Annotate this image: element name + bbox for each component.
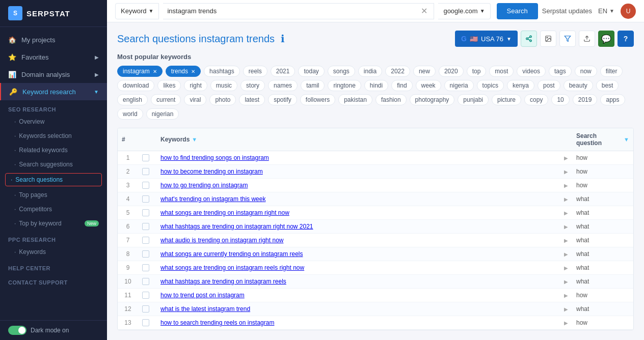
serpstat-updates-link[interactable]: Serpstat updates bbox=[542, 7, 592, 15]
tag-filter[interactable]: filter bbox=[600, 66, 623, 77]
tag-ringtone[interactable]: ringtone bbox=[328, 80, 361, 91]
language-select[interactable]: EN ▼ bbox=[598, 7, 614, 15]
dark-mode-toggle[interactable] bbox=[8, 326, 26, 335]
search-button[interactable]: Search bbox=[497, 3, 538, 19]
share-button[interactable] bbox=[521, 31, 537, 47]
sidebar-item-my-projects[interactable]: 🏠 My projects bbox=[0, 31, 107, 48]
tag-picture[interactable]: picture bbox=[492, 94, 521, 105]
tag-nigerian[interactable]: nigerian bbox=[146, 108, 179, 120]
tag-post[interactable]: post bbox=[538, 80, 560, 91]
user-avatar[interactable]: U bbox=[621, 4, 636, 19]
tag-week[interactable]: week bbox=[416, 80, 441, 91]
row-checkbox[interactable] bbox=[142, 168, 149, 175]
row-checkbox[interactable] bbox=[142, 278, 149, 285]
row-checkbox-cell[interactable] bbox=[138, 278, 156, 285]
sidebar-item-search-suggestions[interactable]: · Search suggestions bbox=[0, 157, 107, 172]
keyword-link[interactable]: how to go trending on instagram bbox=[160, 182, 248, 189]
row-checkbox-cell[interactable] bbox=[138, 264, 156, 271]
row-checkbox-cell[interactable] bbox=[138, 250, 156, 258]
row-checkbox[interactable] bbox=[142, 292, 149, 299]
tag-remove-icon[interactable]: ✕ bbox=[191, 69, 195, 74]
sidebar-item-search-questions[interactable]: · Search questions bbox=[5, 173, 102, 186]
keyword-link[interactable]: what's trending on instagram this week bbox=[160, 195, 265, 203]
expand-row-button[interactable]: ▶ bbox=[564, 251, 568, 257]
active-tag-trends[interactable]: trends ✕ bbox=[166, 66, 201, 77]
tag-2022[interactable]: 2022 bbox=[385, 66, 410, 77]
row-checkbox[interactable] bbox=[142, 250, 149, 258]
sidebar-item-favorites[interactable]: ⭐ Favorites ▶ bbox=[0, 48, 107, 66]
tag-right[interactable]: right bbox=[184, 80, 207, 91]
keyword-link[interactable]: how to find trending songs on instagram bbox=[160, 154, 269, 161]
image-download-button[interactable] bbox=[540, 31, 556, 47]
active-tag-instagram[interactable]: instagram ✕ bbox=[117, 66, 163, 77]
row-checkbox-cell[interactable] bbox=[138, 168, 156, 175]
clear-button[interactable]: ✕ bbox=[419, 6, 430, 16]
row-checkbox[interactable] bbox=[142, 154, 149, 161]
row-checkbox-cell[interactable] bbox=[138, 223, 156, 230]
tag-fashion[interactable]: fashion bbox=[375, 94, 407, 105]
tag-apps[interactable]: apps bbox=[600, 94, 625, 105]
search-type-select[interactable]: Keyword ▼ bbox=[115, 3, 159, 19]
sidebar-item-related-keywords[interactable]: · Related keywords bbox=[0, 143, 107, 157]
row-checkbox[interactable] bbox=[142, 195, 149, 203]
dark-mode-toggle-row[interactable]: Dark mode on bbox=[8, 326, 99, 335]
tag-reels[interactable]: reels bbox=[243, 66, 267, 77]
keyword-link[interactable]: what is the latest instagram trend bbox=[160, 305, 250, 313]
tag-story[interactable]: story bbox=[240, 80, 265, 91]
expand-row-button[interactable]: ▶ bbox=[564, 155, 568, 161]
keyword-link[interactable]: how to trend post on instagram bbox=[160, 292, 245, 299]
row-checkbox[interactable] bbox=[142, 237, 149, 244]
tag-download[interactable]: download bbox=[117, 80, 154, 91]
keyword-link[interactable]: what songs are trending on instagram ree… bbox=[160, 264, 304, 271]
sidebar-item-top-by-keyword[interactable]: · Top by keyword New bbox=[0, 216, 107, 231]
row-checkbox[interactable] bbox=[142, 305, 149, 313]
sidebar-item-domain-analysis[interactable]: 📊 Domain analysis ▶ bbox=[0, 66, 107, 83]
sq-filter-icon[interactable]: ▼ bbox=[624, 136, 629, 143]
tag-most[interactable]: most bbox=[489, 66, 514, 77]
tag-copy[interactable]: copy bbox=[524, 94, 548, 105]
tag-latest[interactable]: latest bbox=[239, 94, 265, 105]
row-checkbox-cell[interactable] bbox=[138, 182, 156, 189]
row-checkbox-cell[interactable] bbox=[138, 237, 156, 244]
keyword-link[interactable]: what audio is trending on instagram righ… bbox=[160, 237, 283, 244]
tag-2019[interactable]: 2019 bbox=[573, 94, 598, 105]
search-input[interactable] bbox=[167, 7, 419, 15]
tag-hindi[interactable]: hindi bbox=[364, 80, 388, 91]
tag-now[interactable]: now bbox=[575, 66, 597, 77]
tag-tags[interactable]: tags bbox=[549, 66, 572, 77]
row-checkbox[interactable] bbox=[142, 182, 149, 189]
sidebar-item-competitors[interactable]: · Competitors bbox=[0, 202, 107, 216]
tag-current[interactable]: current bbox=[151, 94, 181, 105]
expand-row-button[interactable]: ▶ bbox=[564, 196, 568, 202]
tag-10[interactable]: 10 bbox=[551, 94, 569, 105]
row-checkbox-cell[interactable] bbox=[138, 305, 156, 313]
tag-kenya[interactable]: kenya bbox=[507, 80, 534, 91]
expand-row-button[interactable]: ▶ bbox=[564, 306, 568, 312]
tag-videos[interactable]: videos bbox=[517, 66, 546, 77]
info-icon[interactable]: ℹ bbox=[281, 33, 285, 44]
sidebar-item-keyword-research[interactable]: 🔑 Keyword research ▼ bbox=[0, 83, 107, 100]
keyword-link[interactable]: how to become trending on instagram bbox=[160, 168, 263, 175]
filter-button[interactable] bbox=[559, 31, 576, 47]
tag-names[interactable]: names bbox=[268, 80, 298, 91]
country-button[interactable]: G 🇺🇸 USA 76 ▼ bbox=[455, 31, 518, 47]
keyword-link[interactable]: what songs are currently trending on ins… bbox=[160, 250, 303, 258]
keyword-link[interactable]: how to search trending reels on instagra… bbox=[160, 319, 274, 326]
engine-select[interactable]: google.com ▼ bbox=[438, 3, 490, 19]
row-checkbox-cell[interactable] bbox=[138, 195, 156, 203]
tag-songs[interactable]: songs bbox=[328, 66, 355, 77]
chat-button[interactable]: 💬 bbox=[598, 31, 614, 47]
tag-nigeria[interactable]: nigeria bbox=[444, 80, 474, 91]
keyword-link[interactable]: what hashtags are trending on instagram … bbox=[160, 278, 286, 285]
expand-row-button[interactable]: ▶ bbox=[564, 265, 568, 271]
keyword-link[interactable]: what hashtags are trending on instagram … bbox=[160, 223, 313, 230]
tag-world[interactable]: world bbox=[117, 108, 143, 120]
row-checkbox[interactable] bbox=[142, 319, 149, 326]
expand-row-button[interactable]: ▶ bbox=[564, 238, 568, 243]
tag-2021[interactable]: 2021 bbox=[271, 66, 296, 77]
sidebar-item-ppc-keywords[interactable]: · Keywords bbox=[0, 245, 107, 259]
expand-row-button[interactable]: ▶ bbox=[564, 293, 568, 298]
tag-photography[interactable]: photography bbox=[410, 94, 455, 105]
help-button[interactable]: ? bbox=[618, 31, 634, 47]
row-checkbox-cell[interactable] bbox=[138, 292, 156, 299]
